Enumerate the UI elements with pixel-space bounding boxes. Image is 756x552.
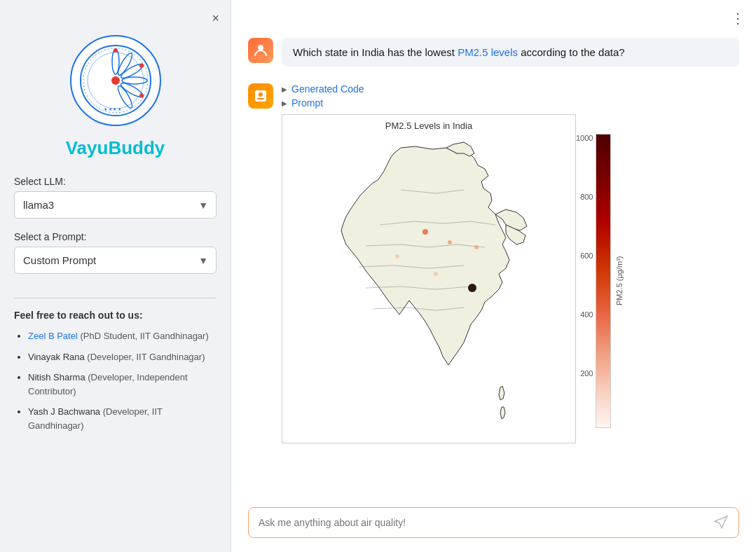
contributor-role: (Developer, IIT Gandhinagar) [87, 352, 205, 362]
contributor-name: Yash J Bachwana [28, 406, 100, 417]
contributors-list: Zeel B Patel (PhD Student, IIT Gandhinag… [14, 329, 217, 439]
highlight-text: PM2.5 levels [458, 46, 518, 58]
colorbar-label: 600 [576, 251, 593, 260]
india-map-svg [296, 134, 562, 428]
ai-avatar [248, 83, 273, 109]
colorbar-container: 1000 800 600 400 200 PM2.5 (μg/m³) [576, 114, 624, 428]
ai-content: ▶ Generated Code ▶ Prompt PM2.5 Levels i… [282, 83, 739, 443]
app-title: VayuBuddy [66, 137, 165, 159]
svg-point-1 [111, 76, 120, 85]
divider [14, 298, 217, 298]
map-chart: PM2.5 Levels in India [282, 114, 576, 443]
sidebar: × ★ ★ ★ ★ VayuBuddy Select LLM: [0, 0, 231, 552]
contributor-link-zeel[interactable]: Zeel B Patel [28, 331, 78, 341]
input-wrapper [248, 507, 739, 538]
llm-select[interactable]: llama3 gpt-4 claude-3 gemini [14, 191, 217, 219]
top-bar: ⋮ [231, 0, 756, 27]
triangle-icon: ▶ [282, 85, 287, 93]
generated-code-label: Generated Code [291, 83, 364, 95]
svg-point-16 [259, 92, 263, 97]
svg-point-14 [258, 45, 263, 50]
contributor-name: Vinayak Rana [28, 352, 85, 362]
svg-point-41 [395, 254, 399, 258]
ai-message: ▶ Generated Code ▶ Prompt PM2.5 Levels i… [248, 83, 739, 443]
input-area [231, 496, 756, 552]
prompt-toggle[interactable]: ▶ Prompt [282, 97, 739, 109]
colorbar-label: 1000 [576, 134, 593, 142]
main-content: ⋮ Which state in India has the lowest PM… [231, 0, 756, 552]
list-item: Yash J Bachwana (Developer, IIT Gandhina… [28, 405, 217, 432]
svg-rect-17 [257, 98, 264, 99]
triangle-icon-2: ▶ [282, 99, 287, 107]
svg-point-38 [422, 229, 428, 235]
map-title: PM2.5 Levels in India [282, 115, 575, 134]
contributor-name: Nitish Sharma [28, 372, 85, 382]
list-item: Vinayak Rana (Developer, IIT Gandhinagar… [28, 350, 217, 364]
send-icon [713, 515, 729, 530]
user-avatar [248, 38, 273, 63]
colorbar-label: 800 [576, 193, 593, 201]
prompt-label: Prompt [291, 97, 323, 109]
user-message: Which state in India has the lowest PM2.… [248, 38, 739, 67]
map-container: PM2.5 Levels in India [282, 114, 739, 443]
colorbar-label: 400 [576, 310, 593, 319]
user-bubble: Which state in India has the lowest PM2.… [282, 38, 739, 67]
logo-svg: ★ ★ ★ ★ [77, 42, 154, 119]
list-item: Nitish Sharma (Developer, Independent Co… [28, 371, 217, 398]
svg-text:★ ★ ★ ★: ★ ★ ★ ★ [104, 107, 121, 111]
llm-select-wrapper: llama3 gpt-4 claude-3 gemini ▼ [14, 191, 217, 219]
logo: ★ ★ ★ ★ [70, 35, 161, 126]
svg-point-8 [114, 48, 118, 53]
prompt-select[interactable]: Custom Prompt Air Quality Analysis PM2.5… [14, 247, 217, 274]
prompt-select-wrapper: Custom Prompt Air Quality Analysis PM2.5… [14, 247, 217, 274]
generated-code-toggle[interactable]: ▶ Generated Code [282, 83, 739, 95]
colorbar-wrapper: 1000 800 600 400 200 PM2.5 (μg/m³) [576, 134, 624, 428]
llm-label: Select LLM: [14, 176, 66, 187]
svg-point-40 [474, 245, 479, 249]
list-item: Zeel B Patel (PhD Student, IIT Gandhinag… [28, 329, 217, 343]
svg-point-42 [434, 272, 438, 276]
colorbar-gradient [596, 134, 611, 428]
more-options-icon[interactable]: ⋮ [731, 10, 745, 27]
contributor-role: (PhD Student, IIT Gandhinagar) [80, 331, 208, 341]
reach-out-heading: Feel free to reach out to us: [14, 310, 143, 321]
chat-input[interactable] [259, 517, 713, 528]
chat-area: Which state in India has the lowest PM2.… [231, 27, 756, 496]
prompt-label: Select a Prompt: [14, 231, 87, 242]
svg-point-39 [448, 240, 452, 244]
colorbar-label: 200 [576, 369, 593, 378]
colorbar-labels: 1000 800 600 400 200 [576, 134, 596, 428]
colorbar-axis-label: PM2.5 (μg/m³) [615, 211, 624, 351]
svg-point-43 [468, 284, 476, 292]
close-button[interactable]: × [212, 11, 219, 26]
send-button[interactable] [713, 515, 729, 530]
